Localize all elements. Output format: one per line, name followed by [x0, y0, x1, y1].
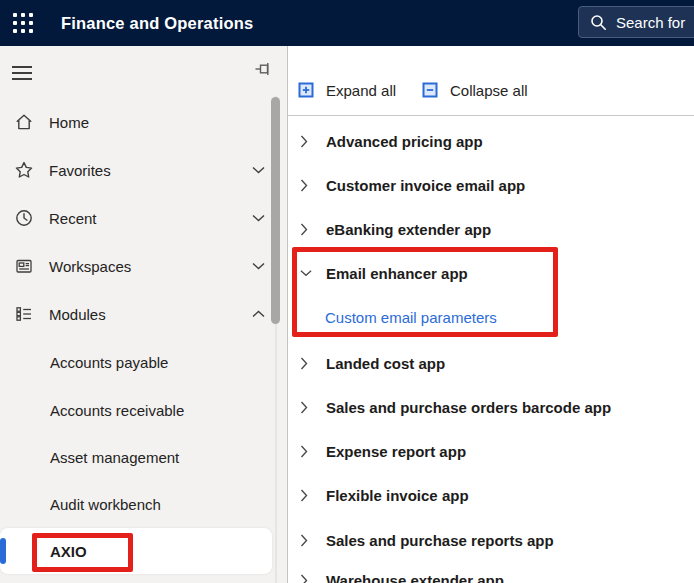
- chevron-right-icon: [300, 357, 312, 370]
- module-item-label: Accounts receivable: [50, 402, 184, 419]
- chevron-down-icon: [252, 262, 265, 270]
- app-row-label: Landed cost app: [326, 355, 445, 372]
- toolbar-divider: [288, 115, 694, 116]
- sidebar-item-label: Recent: [49, 210, 97, 227]
- app-row-label: Expense report app: [326, 443, 466, 460]
- app-window: Finance and Operations Search for: [0, 0, 694, 583]
- app-row-label: Email enhancer app: [326, 265, 468, 282]
- sidebar-item-workspaces[interactable]: Workspaces: [0, 242, 287, 290]
- sidebar-item-recent[interactable]: Recent: [0, 194, 287, 242]
- sidebar-item-label: Favorites: [49, 162, 111, 179]
- menu-link-label: Custom email parameters: [325, 309, 497, 326]
- top-header-bar: Finance and Operations Search for: [0, 0, 694, 46]
- module-item-label: Asset management: [50, 449, 179, 466]
- sidebar-module-accounts-payable[interactable]: Accounts payable: [0, 338, 287, 386]
- app-row-warehouse-extender[interactable]: Warehouse extender app: [288, 567, 694, 583]
- chevron-right-icon: [300, 534, 312, 547]
- clock-icon: [13, 207, 35, 229]
- app-row-customer-invoice-email[interactable]: Customer invoice email app: [288, 172, 694, 198]
- workspaces-icon: [13, 255, 35, 277]
- sidebar-module-accounts-receivable[interactable]: Accounts receivable: [0, 386, 287, 434]
- app-row-expense-report[interactable]: Expense report app: [288, 438, 694, 464]
- collapse-all-label: Collapse all: [450, 82, 528, 99]
- app-row-label: Sales and purchase orders barcode app: [326, 399, 611, 416]
- app-row-advanced-pricing[interactable]: Advanced pricing app: [288, 128, 694, 154]
- app-row-flexible-invoice[interactable]: Flexible invoice app: [288, 482, 694, 508]
- module-item-label: Accounts payable: [50, 354, 168, 371]
- app-row-label: eBanking extender app: [326, 221, 491, 238]
- app-row-ebanking-extender[interactable]: eBanking extender app: [288, 216, 694, 242]
- star-icon: [13, 159, 35, 181]
- sidebar-item-label: Workspaces: [49, 258, 131, 275]
- home-icon: [13, 111, 35, 133]
- chevron-down-icon: [252, 214, 265, 222]
- sidebar-item-home[interactable]: Home: [0, 98, 287, 146]
- chevron-right-icon: [300, 489, 312, 502]
- sidebar-item-label: Home: [49, 114, 89, 131]
- chevron-right-icon: [300, 223, 312, 236]
- modules-icon: [13, 303, 35, 325]
- pin-icon[interactable]: [254, 60, 272, 78]
- module-item-label: AXIO: [50, 543, 87, 560]
- chevron-right-icon: [300, 135, 312, 148]
- selection-accent-bar: [0, 538, 6, 564]
- sidebar-item-label: Modules: [49, 306, 106, 323]
- app-row-label: Advanced pricing app: [326, 133, 483, 150]
- app-row-landed-cost[interactable]: Landed cost app: [288, 350, 694, 376]
- link-custom-email-parameters[interactable]: Custom email parameters: [325, 304, 497, 330]
- sidebar-module-audit-workbench[interactable]: Audit workbench: [0, 480, 287, 528]
- module-item-label: Audit workbench: [50, 496, 161, 513]
- sidebar-item-favorites[interactable]: Favorites: [0, 146, 287, 194]
- expand-all-icon: [298, 82, 314, 98]
- chevron-right-icon: [300, 445, 312, 458]
- search-input[interactable]: Search for: [578, 6, 694, 38]
- hamburger-menu-icon[interactable]: [12, 66, 32, 84]
- chevron-up-icon: [252, 310, 265, 318]
- app-row-email-enhancer[interactable]: Email enhancer app: [288, 260, 694, 286]
- expand-all-label: Expand all: [326, 82, 396, 99]
- sidebar-module-asset-management[interactable]: Asset management: [0, 433, 287, 481]
- app-row-label: Customer invoice email app: [326, 177, 525, 194]
- app-row-label: Warehouse extender app: [326, 572, 504, 583]
- collapse-all-button[interactable]: Collapse all: [422, 76, 528, 104]
- app-row-sales-purchase-reports[interactable]: Sales and purchase reports app: [288, 527, 694, 553]
- navigation-sidebar: Home Favorites Recent: [0, 46, 288, 583]
- app-row-sales-purchase-orders-barcode[interactable]: Sales and purchase orders barcode app: [288, 394, 694, 420]
- sidebar-scrollbar-thumb[interactable]: [271, 97, 280, 324]
- modules-content-panel: Expand all Collapse all Advanced pricing…: [288, 46, 694, 583]
- chevron-down-icon: [300, 269, 312, 277]
- app-row-label: Sales and purchase reports app: [326, 532, 554, 549]
- sidebar-item-modules[interactable]: Modules: [0, 290, 287, 338]
- chevron-down-icon: [252, 166, 265, 174]
- chevron-right-icon: [300, 179, 312, 192]
- app-title: Finance and Operations: [61, 14, 253, 33]
- app-row-label: Flexible invoice app: [326, 487, 469, 504]
- chevron-right-icon: [300, 401, 312, 414]
- collapse-all-icon: [422, 82, 438, 98]
- app-launcher-waffle-icon[interactable]: [13, 13, 33, 33]
- search-placeholder-text: Search for: [616, 14, 685, 31]
- expand-all-button[interactable]: Expand all: [298, 76, 396, 104]
- search-icon: [590, 14, 607, 31]
- chevron-right-icon: [300, 574, 312, 583]
- sidebar-module-axio[interactable]: AXIO: [0, 528, 272, 574]
